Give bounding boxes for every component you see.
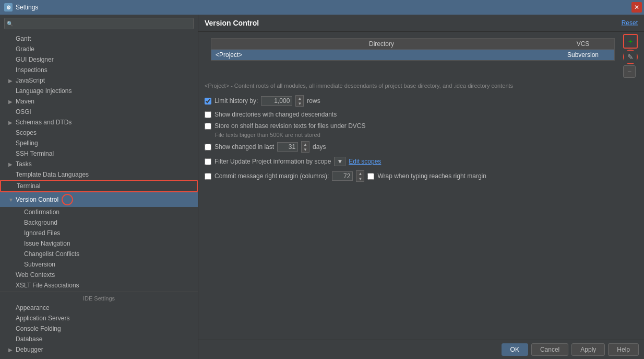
sidebar-item-osgi[interactable]: OSGi bbox=[0, 107, 198, 117]
content-area: Gantt Gradle GUI Designer Inspections ▶J… bbox=[0, 15, 644, 359]
panel-title: Version Control bbox=[205, 19, 259, 27]
search-wrapper bbox=[4, 18, 194, 29]
sidebar-item-web-contexts[interactable]: Web Contexts bbox=[0, 270, 198, 280]
filter-update-checkbox[interactable] bbox=[205, 158, 211, 165]
show-changed-label-post: days bbox=[313, 143, 326, 150]
wrap-typing-label: Wrap when typing reaches right margin bbox=[377, 172, 486, 180]
sidebar-item-debugger[interactable]: ▶Debugger bbox=[0, 344, 198, 355]
row-directory: <Project> bbox=[211, 51, 552, 59]
sidebar-item-appearance[interactable]: Appearance bbox=[0, 303, 198, 313]
sidebar-item-scopes[interactable]: Scopes bbox=[0, 128, 198, 138]
store-shelf-label: Store on shelf base revision texts for f… bbox=[214, 122, 365, 130]
sidebar-item-template-data-langs[interactable]: Template Data Languages bbox=[0, 169, 198, 180]
limit-history-checkbox[interactable] bbox=[205, 98, 211, 105]
vcs-table-header: Directory VCS bbox=[211, 39, 614, 50]
right-panel: Version Control Reset Directory VCS <Pro… bbox=[198, 15, 644, 359]
sidebar-item-version-control[interactable]: ▼Version Control bbox=[0, 192, 198, 207]
add-vcs-button[interactable]: + bbox=[624, 35, 637, 48]
changed-spinner: ▲ ▼ bbox=[301, 141, 309, 153]
store-shelf-hint: File texts bigger than 500K are not stor… bbox=[215, 132, 638, 138]
expand-icon: ▶ bbox=[8, 347, 15, 353]
edit-vcs-button[interactable]: ✎ bbox=[624, 51, 637, 63]
limit-history-label-pre: Limit history by: bbox=[214, 97, 258, 105]
panel-header: Version Control Reset bbox=[198, 15, 644, 32]
sidebar-item-schemas-dtds[interactable]: ▶Schemas and DTDs bbox=[0, 117, 198, 128]
reset-button[interactable]: Reset bbox=[622, 19, 638, 27]
show-directories-checkbox[interactable] bbox=[205, 111, 211, 118]
sidebar-divider bbox=[0, 292, 198, 292]
commit-spinner-up[interactable]: ▲ bbox=[356, 171, 364, 176]
commit-message-input[interactable] bbox=[332, 171, 353, 181]
sidebar-item-gui-designer[interactable]: GUI Designer bbox=[0, 54, 198, 65]
store-shelf-row: Store on shelf base revision texts for f… bbox=[205, 122, 638, 130]
ok-button[interactable]: OK bbox=[502, 343, 528, 356]
ide-settings-section: IDE Settings bbox=[0, 293, 198, 303]
cancel-button[interactable]: Cancel bbox=[531, 343, 568, 356]
sidebar-item-confirmation[interactable]: Confirmation bbox=[0, 207, 198, 217]
sidebar-item-spelling[interactable]: Spelling bbox=[0, 138, 198, 148]
show-directories-row: Show directories with changed descendant… bbox=[205, 111, 638, 118]
bottom-bar: OK Cancel Apply Help bbox=[198, 340, 644, 359]
main-container: Gantt Gradle GUI Designer Inspections ▶J… bbox=[0, 15, 644, 359]
changed-spinner-up[interactable]: ▲ bbox=[302, 142, 309, 147]
show-changed-input[interactable] bbox=[277, 142, 298, 152]
limit-history-label-post: rows bbox=[307, 97, 320, 105]
expand-icon: ▶ bbox=[8, 120, 15, 125]
help-button[interactable]: Help bbox=[608, 343, 639, 356]
show-changed-label-pre: Show changed in last bbox=[214, 143, 274, 150]
history-spinner: ▲ ▼ bbox=[295, 95, 304, 107]
show-directories-label: Show directories with changed descendant… bbox=[214, 111, 337, 118]
commit-spinner: ▲ ▼ bbox=[356, 170, 364, 182]
sidebar-item-terminal[interactable]: Terminal bbox=[0, 180, 198, 192]
filter-update-dropdown[interactable]: ▼ bbox=[334, 157, 345, 166]
vcs-table-area: Directory VCS <Project> Subversion bbox=[205, 34, 621, 65]
table-row[interactable]: <Project> Subversion bbox=[211, 50, 614, 60]
sidebar-item-subversion[interactable]: Subversion bbox=[0, 259, 198, 270]
add-btn-wrapper: + bbox=[623, 34, 638, 49]
row-vcs: Subversion bbox=[552, 51, 614, 59]
sidebar-item-application-servers[interactable]: Application Servers bbox=[0, 313, 198, 323]
commit-message-checkbox[interactable] bbox=[205, 173, 211, 180]
history-spinner-up[interactable]: ▲ bbox=[296, 96, 303, 101]
apply-button[interactable]: Apply bbox=[571, 343, 605, 356]
show-changed-checkbox[interactable] bbox=[205, 144, 211, 150]
sidebar: Gantt Gradle GUI Designer Inspections ▶J… bbox=[0, 15, 198, 359]
sidebar-item-gantt[interactable]: Gantt bbox=[0, 33, 198, 44]
show-changed-row: Show changed in last ▲ ▼ days bbox=[205, 141, 638, 153]
vcs-table: Directory VCS <Project> Subversion bbox=[211, 38, 615, 61]
sidebar-item-console-folding[interactable]: Console Folding bbox=[0, 323, 198, 334]
sidebar-item-xslt-file-associations[interactable]: XSLT File Associations bbox=[0, 280, 198, 291]
col-directory-header: Directory bbox=[211, 40, 552, 48]
sidebar-item-issue-navigation[interactable]: Issue Navigation bbox=[0, 238, 198, 249]
vcs-table-wrapper: Directory VCS <Project> Subversion + bbox=[198, 34, 644, 78]
sidebar-item-language-injections[interactable]: Language Injections bbox=[0, 86, 198, 96]
wrap-typing-checkbox[interactable] bbox=[367, 173, 374, 180]
limit-history-input[interactable] bbox=[261, 96, 292, 106]
commit-message-row: Commit message right margin (columns): ▲… bbox=[205, 170, 638, 182]
sidebar-item-background[interactable]: Background bbox=[0, 217, 198, 228]
sidebar-item-database[interactable]: Database bbox=[0, 334, 198, 344]
sidebar-item-changelist-conflicts[interactable]: Changelist Conflicts bbox=[0, 249, 198, 259]
edit-scopes-link[interactable]: Edit scopes bbox=[349, 158, 381, 165]
store-shelf-checkbox[interactable] bbox=[205, 123, 211, 130]
close-button[interactable]: ✕ bbox=[631, 2, 642, 13]
history-spinner-down[interactable]: ▼ bbox=[296, 101, 303, 106]
sidebar-item-ignored-files[interactable]: Ignored Files bbox=[0, 228, 198, 238]
sidebar-item-tasks[interactable]: ▶Tasks bbox=[0, 159, 198, 169]
filter-update-label: Filter Update Project information by sco… bbox=[214, 158, 331, 165]
commit-spinner-down[interactable]: ▼ bbox=[356, 176, 364, 181]
window-title: Settings bbox=[16, 4, 38, 11]
action-buttons: + ✎ − bbox=[623, 34, 638, 78]
remove-vcs-button[interactable]: − bbox=[623, 65, 636, 78]
sidebar-item-ssh-terminal[interactable]: SSH Terminal bbox=[0, 148, 198, 159]
search-input[interactable] bbox=[4, 18, 194, 29]
col-vcs-header: VCS bbox=[552, 40, 614, 48]
sidebar-item-inspections[interactable]: Inspections bbox=[0, 65, 198, 75]
limit-history-row: Limit history by: ▲ ▼ rows bbox=[205, 95, 638, 107]
sidebar-item-javascript[interactable]: ▶JavaScript bbox=[0, 75, 198, 86]
sidebar-item-maven[interactable]: ▶Maven bbox=[0, 96, 198, 107]
changed-spinner-down[interactable]: ▼ bbox=[302, 147, 309, 152]
sidebar-item-gradle[interactable]: Gradle bbox=[0, 44, 198, 54]
commit-message-label-pre: Commit message right margin (columns): bbox=[214, 172, 329, 180]
edit-btn-wrapper: ✎ bbox=[623, 50, 638, 64]
